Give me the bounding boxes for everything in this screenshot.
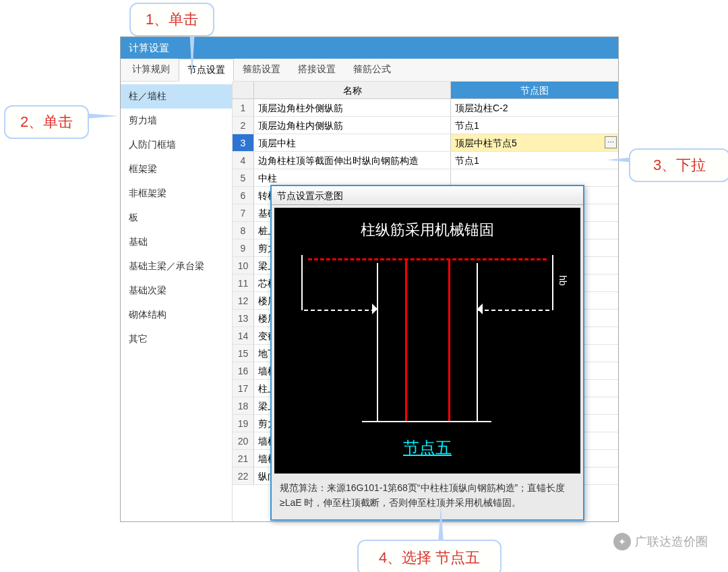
row-index: 3: [233, 134, 254, 151]
sidebar-item[interactable]: 框架梁: [121, 157, 232, 181]
row-index: 17: [233, 380, 254, 397]
row-index: 18: [233, 397, 254, 414]
dia-rebar: [448, 260, 450, 422]
table-row[interactable]: 2顶层边角柱内侧纵筋节点1: [233, 117, 618, 134]
sidebar-item[interactable]: 砌体结构: [121, 303, 232, 327]
node-five-label[interactable]: 节点五: [274, 437, 580, 459]
tab-stirrup-setting[interactable]: 箍筋设置: [234, 58, 289, 81]
dropdown-button[interactable]: ⋯: [605, 136, 617, 148]
dia-dash: [304, 310, 375, 311]
row-index: 5: [233, 169, 254, 186]
diagram-canvas: 柱纵筋采用机械锚固 hb 节点五: [274, 208, 580, 474]
sidebar-item[interactable]: 柱／墙柱: [121, 84, 232, 109]
window-title: 计算设置: [121, 37, 618, 59]
sidebar-item[interactable]: 基础主梁／承台梁: [121, 254, 232, 279]
table-row[interactable]: 4边角柱柱顶等截面伸出时纵向钢筋构造节点1: [233, 152, 618, 169]
sidebar-item[interactable]: 基础次梁: [121, 279, 232, 303]
dia-v: [301, 255, 303, 310]
cell-node[interactable]: 节点1: [451, 152, 618, 169]
cell-node[interactable]: [451, 169, 618, 186]
row-index: 10: [233, 257, 254, 274]
notch-icon: [472, 302, 483, 317]
row-index: 15: [233, 345, 254, 362]
table-header: 名称 节点图: [233, 82, 618, 99]
callout-tail: [438, 506, 444, 543]
dia-v: [552, 255, 553, 310]
cell-node[interactable]: 顶层中柱节点5⋯: [451, 134, 618, 151]
sidebar-item[interactable]: 其它: [121, 327, 232, 351]
dia-v: [377, 263, 378, 421]
cell-name[interactable]: 中柱: [254, 169, 451, 186]
sidebar-item[interactable]: 基础: [121, 230, 232, 254]
diagram-popup: 节点设置示意图 柱纵筋采用机械锚固 hb 节点五 规范算法：来源16G101-1…: [270, 185, 584, 521]
popup-title: 节点设置示意图: [272, 186, 583, 205]
row-index: 21: [233, 450, 254, 467]
row-index: 19: [233, 415, 254, 432]
cell-name[interactable]: 顶层边角柱外侧纵筋: [254, 99, 451, 116]
row-index: 11: [233, 275, 254, 291]
watermark-text: 广联达造价圈: [635, 534, 708, 550]
cell-node[interactable]: 节点1: [451, 117, 618, 134]
row-index: 22: [233, 467, 254, 484]
table-row[interactable]: 1顶层边角柱外侧纵筋顶层边柱C-2: [233, 99, 618, 117]
popup-description: 规范算法：来源16G101-1第68页“中柱柱顶纵向钢筋构造”；直锚长度≥LaE…: [272, 474, 583, 517]
row-index: 16: [233, 362, 254, 379]
callout-1: 1、单击: [129, 3, 214, 36]
row-index: 14: [233, 327, 254, 344]
tab-lap-setting[interactable]: 搭接设置: [289, 58, 344, 81]
callout-tail: [85, 113, 119, 119]
sidebar-item[interactable]: 人防门框墙: [121, 133, 232, 157]
dia-line: [274, 209, 526, 210]
row-index: 8: [233, 222, 254, 239]
row-index: 7: [233, 204, 254, 221]
cell-node[interactable]: 顶层边柱C-2: [451, 99, 618, 116]
sidebar-item[interactable]: 板: [121, 206, 232, 230]
dia-rebar: [405, 260, 407, 422]
diagram-heading: 柱纵筋采用机械锚固: [274, 220, 580, 240]
row-index: 6: [233, 187, 254, 204]
row-index: 2: [233, 117, 254, 134]
sidebar-item[interactable]: 剪力墙: [121, 109, 232, 133]
tab-node-setting[interactable]: 节点设置: [179, 59, 234, 82]
tab-stirrup-formula[interactable]: 箍筋公式: [344, 58, 400, 81]
row-index: 4: [233, 152, 254, 169]
cell-name[interactable]: 顶层边角柱内侧纵筋: [254, 117, 451, 134]
sidebar: 柱／墙柱剪力墙人防门框墙框架梁非框架梁板基础基础主梁／承台梁基础次梁砌体结构其它: [121, 82, 233, 521]
sidebar-item[interactable]: 非框架梁: [121, 181, 232, 206]
cell-name[interactable]: 边角柱柱顶等截面伸出时纵向钢筋构造: [254, 152, 451, 169]
row-index: 12: [233, 292, 254, 309]
row-index: 1: [233, 99, 254, 116]
wechat-icon: ✦: [613, 533, 631, 550]
callout-3: 3、下拉: [629, 148, 728, 182]
dia-red-dash: [308, 258, 547, 260]
col-index: [233, 82, 254, 98]
row-index: 9: [233, 239, 254, 256]
col-node[interactable]: 节点图: [451, 82, 618, 98]
dia-foot: [362, 421, 491, 422]
callout-4: 4、选择 节点五: [357, 540, 502, 572]
tab-calc-rule[interactable]: 计算规则: [123, 58, 179, 81]
col-name: 名称: [254, 82, 451, 98]
row-index: 13: [233, 310, 254, 326]
tab-bar: 计算规则 节点设置 箍筋设置 搭接设置 箍筋公式: [121, 59, 618, 82]
callout-2: 2、单击: [4, 105, 89, 139]
row-index: 20: [233, 432, 254, 449]
dim-hb: hb: [557, 275, 568, 286]
notch-icon: [372, 302, 383, 317]
watermark: ✦ 广联达造价圈: [613, 533, 708, 550]
table-row[interactable]: 3顶层中柱顶层中柱节点5⋯: [233, 134, 618, 152]
dia-v: [477, 263, 478, 421]
cell-name[interactable]: 顶层中柱: [254, 134, 451, 151]
dia-dash: [478, 310, 549, 311]
